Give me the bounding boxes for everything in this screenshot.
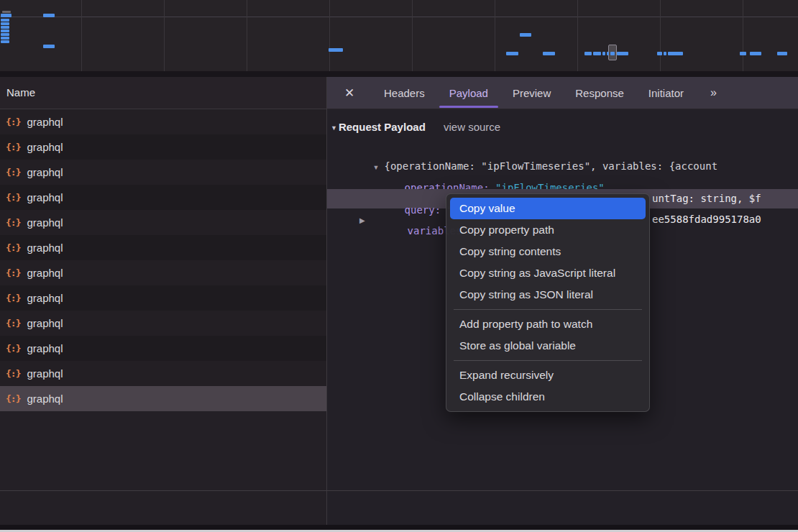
request-timing-bar[interactable] <box>329 48 343 52</box>
request-timing-bar[interactable] <box>617 52 628 55</box>
menu-item-copy-value[interactable]: Copy value <box>450 198 646 219</box>
request-row[interactable]: {:}graphql <box>0 361 326 386</box>
tab-response[interactable]: Response <box>563 77 636 109</box>
request-row[interactable]: {:}graphql <box>0 285 326 311</box>
request-timing-bar[interactable] <box>740 52 746 55</box>
menu-separator <box>454 360 642 361</box>
triangle-right-icon[interactable]: ▶ <box>359 216 365 224</box>
overview-gridline <box>412 0 413 71</box>
footer-divider <box>0 490 798 491</box>
request-name-label: graphql <box>27 317 63 329</box>
json-braces-icon: {:} <box>6 192 20 203</box>
menu-item-copy-string-contents[interactable]: Copy string contents <box>450 241 646 262</box>
tab-preview[interactable]: Preview <box>500 77 563 109</box>
tab-headers[interactable]: Headers <box>372 77 437 109</box>
overview-gridline <box>329 0 330 71</box>
json-braces-icon: {:} <box>6 217 20 228</box>
request-row[interactable]: {:}graphql <box>0 386 326 411</box>
column-header-name[interactable]: Name <box>0 77 326 109</box>
close-icon[interactable]: ✕ <box>336 77 363 109</box>
request-row[interactable]: {:}graphql <box>0 185 326 210</box>
menu-item-store-as-global-variable[interactable]: Store as global variable <box>450 335 646 357</box>
overview-gridline <box>577 0 578 71</box>
request-name-label: graphql <box>27 267 63 279</box>
view-source-link[interactable]: view source <box>444 121 500 133</box>
request-list: {:}graphql{:}graphql{:}graphql{:}graphql… <box>0 109 326 411</box>
request-timing-bar[interactable] <box>750 52 761 55</box>
request-row[interactable]: {:}graphql <box>0 260 326 285</box>
request-timing-bar[interactable] <box>43 45 55 48</box>
json-braces-icon: {:} <box>6 267 20 278</box>
request-timing-bar[interactable] <box>1 19 9 22</box>
json-braces-icon: {:} <box>6 116 20 127</box>
devtools-network-panel: Name {:}graphql{:}graphql{:}graphql{:}gr… <box>0 0 798 532</box>
request-list-panel: Name {:}graphql{:}graphql{:}graphql{:}gr… <box>0 77 326 527</box>
window-bottom-bar <box>0 525 798 530</box>
menu-item-copy-string-as-javascript-literal[interactable]: Copy string as JavaScript literal <box>450 262 646 284</box>
request-timing-bar[interactable] <box>506 52 518 55</box>
request-timing-bar[interactable] <box>657 52 662 55</box>
request-name-label: graphql <box>27 342 63 354</box>
request-timing-bar[interactable] <box>1 26 9 29</box>
request-timing-bar[interactable] <box>1 33 9 36</box>
request-timing-bar[interactable] <box>1 40 9 43</box>
tab-payload[interactable]: Payload <box>437 77 500 109</box>
menu-item-expand-recursively[interactable]: Expand recursively <box>450 364 646 386</box>
request-timing-bar[interactable] <box>543 52 555 55</box>
pending-request-bar[interactable] <box>2 11 11 13</box>
request-name-label: graphql <box>27 141 63 153</box>
request-payload-section[interactable]: ▼ Request Payload view source <box>331 121 426 133</box>
request-name-label: graphql <box>27 367 63 380</box>
request-timing-bar[interactable] <box>1 22 9 25</box>
request-name-label: graphql <box>27 166 63 178</box>
triangle-down-icon: ▼ <box>331 124 337 132</box>
request-timing-bar[interactable] <box>602 52 605 55</box>
menu-item-copy-string-as-json-literal[interactable]: Copy string as JSON literal <box>450 284 646 306</box>
menu-item-copy-property-path[interactable]: Copy property path <box>450 219 646 241</box>
request-row[interactable]: {:}graphql <box>0 160 326 185</box>
json-braces-icon: {:} <box>6 242 20 253</box>
request-timing-bar[interactable] <box>584 52 592 55</box>
request-timing-bar[interactable] <box>668 52 683 55</box>
request-timing-bar[interactable] <box>777 52 787 55</box>
variables-value-right-fragment: ee5588fdad995178a0 <box>652 214 761 225</box>
request-row[interactable]: {:}graphql <box>0 235 326 260</box>
request-name-label: graphql <box>27 292 63 304</box>
json-braces-icon: {:} <box>6 343 20 354</box>
menu-separator <box>454 309 642 310</box>
request-row[interactable]: {:}graphql <box>0 311 326 336</box>
request-timing-bar[interactable] <box>593 52 601 55</box>
overview-gridline <box>164 0 165 71</box>
request-name-label: graphql <box>27 242 63 254</box>
request-name-label: graphql <box>27 191 63 203</box>
menu-item-add-property-path-to-watch[interactable]: Add property path to watch <box>450 313 646 335</box>
query-value-right-fragment: untTag: string, $f <box>652 193 761 204</box>
request-timing-bar[interactable] <box>520 33 531 37</box>
overview-bottom-gap <box>0 71 798 77</box>
tab-initiator[interactable]: Initiator <box>636 77 696 109</box>
request-name-label: graphql <box>27 216 63 229</box>
request-timing-bar[interactable] <box>607 52 609 55</box>
overview-gridline <box>743 0 743 71</box>
overview-gridline <box>660 0 661 71</box>
request-timing-bar[interactable] <box>43 14 55 17</box>
request-row[interactable]: {:}graphql <box>0 336 326 361</box>
json-braces-icon: {:} <box>6 167 20 178</box>
overview-gridline <box>81 0 82 71</box>
request-row[interactable]: {:}graphql <box>0 134 326 160</box>
detail-tab-bar: ✕ HeadersPayloadPreviewResponseInitiator… <box>327 77 798 109</box>
json-braces-icon: {:} <box>6 293 20 303</box>
column-header-label: Name <box>6 86 35 98</box>
request-timing-bar[interactable] <box>1 14 12 17</box>
overview-gridline <box>495 0 495 71</box>
overview-gridline <box>247 0 247 71</box>
request-timing-bar[interactable] <box>610 52 615 55</box>
request-timing-bar[interactable] <box>1 29 9 32</box>
request-row[interactable]: {:}graphql <box>0 109 326 134</box>
request-timing-bar[interactable] <box>664 52 666 55</box>
more-tabs-icon[interactable]: » <box>702 77 726 109</box>
request-row[interactable]: {:}graphql <box>0 210 326 235</box>
menu-item-collapse-children[interactable]: Collapse children <box>450 386 646 408</box>
request-timing-bar[interactable] <box>1 37 9 40</box>
network-overview-strip[interactable] <box>0 0 798 71</box>
